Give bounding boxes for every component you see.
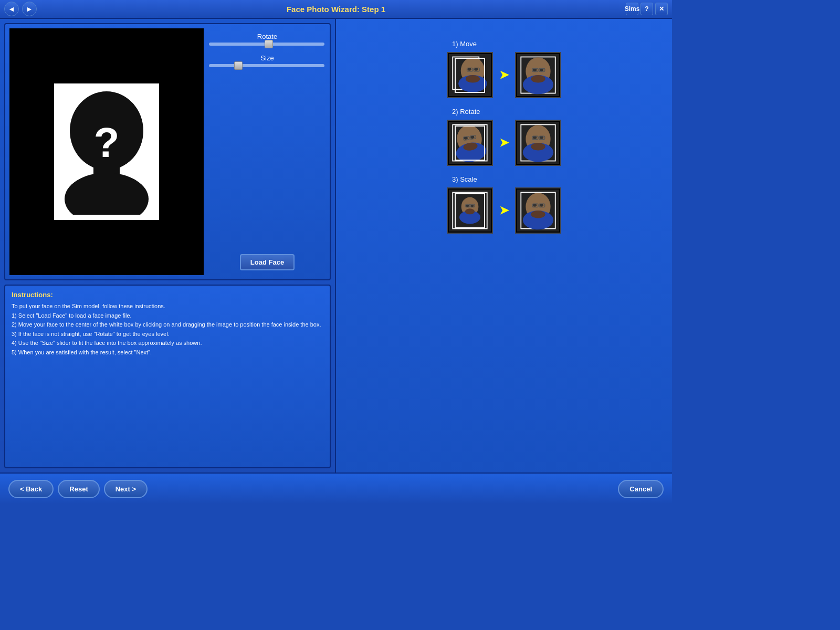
svg-point-38 bbox=[533, 136, 537, 139]
svg-point-43 bbox=[531, 143, 545, 151]
svg-point-18 bbox=[533, 68, 537, 71]
controls-panel: Rotate Size Load Face bbox=[209, 28, 326, 275]
svg-rect-4 bbox=[449, 54, 491, 96]
step-3-label: 3) Scale bbox=[452, 175, 477, 183]
svg-point-62 bbox=[531, 211, 545, 218]
instruction-line-0: To put your face on the Sim model, follo… bbox=[12, 302, 323, 311]
left-panel: ? Rotate Size bbox=[0, 19, 336, 472]
silhouette-svg: ? bbox=[59, 89, 154, 215]
svg-rect-10 bbox=[467, 68, 473, 71]
step-1-before bbox=[447, 52, 493, 98]
svg-rect-44 bbox=[449, 190, 491, 232]
rotate-label: Rotate bbox=[209, 33, 326, 40]
face-display: ? bbox=[9, 28, 204, 275]
step-1-label: 1) Move bbox=[452, 40, 477, 48]
svg-point-28 bbox=[464, 136, 468, 140]
svg-point-57 bbox=[533, 204, 537, 206]
svg-point-46 bbox=[461, 197, 479, 216]
back-button[interactable]: < Back bbox=[8, 480, 54, 498]
sims-button[interactable]: Sims bbox=[626, 3, 638, 15]
back-arrow[interactable]: ◄ bbox=[4, 2, 19, 16]
svg-point-13 bbox=[466, 75, 480, 83]
rotate-thumb[interactable] bbox=[265, 40, 273, 48]
forward-arrow[interactable]: ► bbox=[22, 2, 37, 16]
svg-rect-50 bbox=[466, 204, 470, 207]
svg-rect-51 bbox=[470, 204, 475, 207]
titlebar-left: ◄ ► bbox=[4, 2, 37, 16]
size-slider-container: Size bbox=[209, 54, 326, 67]
svg-point-19 bbox=[540, 68, 543, 71]
size-thumb[interactable] bbox=[234, 61, 243, 70]
svg-point-7 bbox=[458, 75, 487, 92]
svg-point-47 bbox=[459, 211, 480, 224]
svg-text:?: ? bbox=[94, 119, 120, 166]
step-1-after bbox=[515, 52, 561, 98]
step-1-arrow: ➤ bbox=[499, 68, 509, 82]
step-3-arrow: ➤ bbox=[499, 204, 509, 217]
svg-rect-24 bbox=[449, 122, 491, 164]
svg-rect-25 bbox=[453, 124, 487, 161]
titlebar-right: Sims ? ✕ bbox=[626, 3, 668, 15]
svg-point-9 bbox=[474, 68, 478, 70]
svg-point-48 bbox=[466, 205, 469, 207]
svg-point-8 bbox=[467, 68, 471, 70]
instruction-line-3: 3) If the face is not straight, use "Rot… bbox=[12, 330, 323, 339]
svg-rect-30 bbox=[463, 136, 469, 140]
step-1-after-svg bbox=[517, 54, 559, 96]
main-content: ? Rotate Size bbox=[0, 19, 672, 472]
next-button[interactable]: Next > bbox=[104, 480, 148, 498]
bottom-bar: < Back Reset Next > Cancel bbox=[0, 472, 672, 504]
step-1-row: 1) Move bbox=[447, 40, 561, 98]
help-button[interactable]: ? bbox=[640, 3, 653, 15]
right-panel: 1) Move bbox=[336, 19, 672, 472]
size-label: Size bbox=[209, 54, 326, 62]
cancel-button[interactable]: Cancel bbox=[618, 480, 664, 498]
svg-rect-31 bbox=[470, 135, 476, 140]
svg-point-26 bbox=[455, 123, 484, 154]
rotate-slider-container: Rotate bbox=[209, 33, 326, 46]
svg-point-49 bbox=[471, 205, 474, 207]
svg-point-39 bbox=[540, 136, 543, 139]
svg-rect-5 bbox=[453, 57, 479, 89]
step-3-after bbox=[515, 187, 561, 234]
instruction-line-1: 1) Select "Load Face" to load a face ima… bbox=[12, 311, 323, 321]
svg-point-29 bbox=[470, 135, 475, 139]
instruction-line-4: 4) Use the "Size" slider to fit the face… bbox=[12, 339, 323, 348]
step-3-before bbox=[447, 187, 493, 234]
step-3-before-svg bbox=[449, 190, 491, 232]
instructions-text: To put your face on the Sim model, follo… bbox=[12, 302, 323, 358]
step-2-arrow: ➤ bbox=[499, 136, 509, 150]
step-3-after-svg bbox=[517, 190, 559, 232]
svg-point-52 bbox=[465, 208, 475, 214]
instructions-box: Instructions: To put your face on the Si… bbox=[4, 285, 331, 468]
step-3-images: ➤ bbox=[447, 187, 561, 234]
step-2-row: 2) Rotate bbox=[447, 108, 561, 166]
rotate-track bbox=[209, 43, 324, 46]
step-1-images: ➤ bbox=[447, 52, 561, 98]
instruction-line-5: 5) When you are satisfied with the resul… bbox=[12, 348, 323, 358]
close-button[interactable]: ✕ bbox=[655, 3, 668, 15]
size-track bbox=[209, 64, 324, 67]
svg-point-58 bbox=[540, 204, 543, 206]
svg-point-2 bbox=[65, 173, 149, 215]
svg-point-23 bbox=[531, 75, 545, 83]
svg-point-27 bbox=[455, 141, 488, 164]
step-2-images: ➤ bbox=[447, 120, 561, 166]
step-2-label: 2) Rotate bbox=[452, 108, 480, 116]
step-2-before-svg bbox=[449, 122, 491, 164]
steps-guide: 1) Move bbox=[447, 40, 561, 234]
svg-rect-45 bbox=[453, 192, 487, 228]
step-1-before-svg bbox=[449, 54, 491, 96]
face-inner: ? bbox=[54, 83, 159, 220]
step-2-after bbox=[515, 120, 561, 166]
step-2-before bbox=[447, 120, 493, 166]
step-2-after-svg bbox=[517, 122, 559, 164]
svg-point-6 bbox=[461, 57, 485, 84]
image-controls-box: ? Rotate Size bbox=[4, 23, 331, 280]
reset-button[interactable]: Reset bbox=[58, 480, 99, 498]
load-face-button[interactable]: Load Face bbox=[240, 254, 295, 270]
svg-point-33 bbox=[463, 142, 478, 151]
instructions-title: Instructions: bbox=[12, 291, 323, 299]
page-title: Face Photo Wizard: Step 1 bbox=[287, 5, 385, 14]
silhouette: ? bbox=[59, 89, 154, 215]
